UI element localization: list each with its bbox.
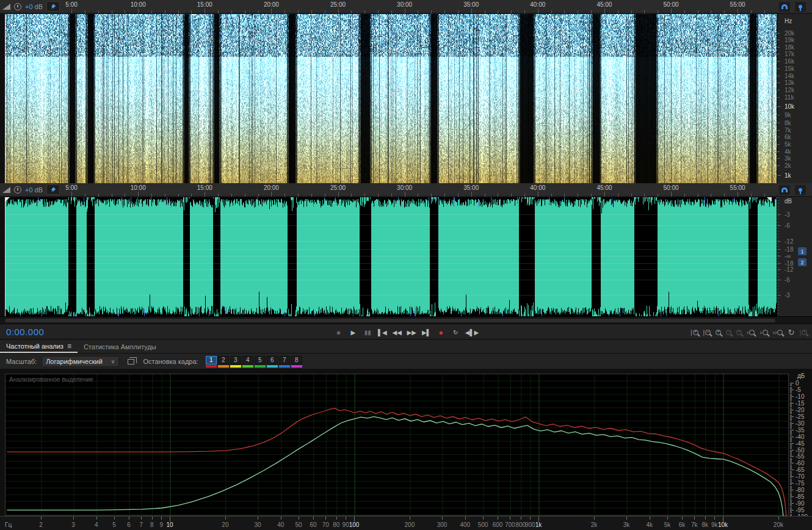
hold-frame-button-2[interactable]: 2 bbox=[218, 356, 229, 368]
waveform-ruler-bar[interactable]: +0 dB 5:0010:0015:0020:0025:0030:0035:00… bbox=[0, 183, 812, 197]
zoom-out-time-button[interactable]: |− bbox=[703, 329, 711, 336]
ruler-tick bbox=[578, 194, 578, 197]
pause-button[interactable]: ▮▮ bbox=[363, 327, 373, 338]
frequency-analysis-plot[interactable]: Анализированное выделение bbox=[5, 374, 789, 516]
spectrogram-ruler-bar[interactable]: +0 dB 5:0010:0015:0020:0025:0030:0035:00… bbox=[0, 0, 812, 13]
tab-amplitude-statistics[interactable]: Статистика Амплитуды bbox=[78, 340, 162, 353]
chevron-down-icon: ∨ bbox=[111, 358, 115, 365]
pin-playhead-button[interactable] bbox=[46, 184, 60, 195]
tab-frequency-analysis[interactable]: Частотный анализ ≡ bbox=[0, 340, 78, 353]
waveform-gain[interactable]: +0 dB bbox=[25, 186, 43, 194]
hold-frame-button-4[interactable]: 4 bbox=[242, 356, 253, 368]
loop-playback-button[interactable]: ↻ bbox=[451, 327, 461, 338]
spectrogram-gain[interactable]: +0 dB bbox=[25, 3, 43, 10]
headphones-icon[interactable] bbox=[779, 2, 790, 12]
time-display[interactable]: 0:00.000 bbox=[6, 327, 44, 337]
reset-zoom-button[interactable]: ↻ bbox=[788, 328, 794, 337]
db-tick bbox=[790, 476, 794, 477]
hold-frame-button-1[interactable]: 1 bbox=[206, 356, 217, 368]
scale-select[interactable]: Логарифмический ∨ bbox=[42, 356, 119, 367]
pin-icon bbox=[49, 3, 57, 10]
freq-tick-label: 60 bbox=[310, 521, 316, 528]
ruler-tick bbox=[378, 194, 379, 197]
waveform-timeline-ruler[interactable]: 5:0010:0015:0020:0025:0030:0035:0040:004… bbox=[61, 183, 777, 197]
db-tick bbox=[790, 514, 792, 515]
ruler-tick bbox=[431, 194, 432, 197]
ruler-time-label: 5:00 bbox=[65, 1, 77, 8]
spectrogram-display[interactable] bbox=[5, 14, 777, 183]
db-tick-label: -65 bbox=[796, 466, 804, 473]
zoom-in-amplitude-button[interactable]: − bbox=[726, 330, 731, 335]
db-tick bbox=[790, 499, 792, 500]
zoom-in-time-button[interactable]: |+ bbox=[691, 329, 698, 336]
ruler-tick bbox=[698, 10, 698, 13]
freq-tick-label: 70 bbox=[322, 521, 329, 528]
pushpin-icon[interactable] bbox=[795, 185, 806, 195]
spectrogram-timeline-ruler[interactable]: 5:0010:0015:0020:0025:0030:0035:0040:004… bbox=[61, 0, 777, 13]
panel-menu-icon[interactable]: ≡ bbox=[67, 342, 71, 350]
skim-button[interactable]: ◀▌▶ bbox=[465, 327, 479, 338]
ruler-tick bbox=[777, 97, 780, 98]
hold-frame-button-7[interactable]: 7 bbox=[279, 356, 290, 368]
channel-2-badge[interactable]: 2 bbox=[798, 258, 807, 266]
zoom-selection-left-button[interactable]: ‹ bbox=[747, 329, 755, 336]
freq-tick bbox=[346, 517, 346, 520]
fast-forward-button[interactable]: ▶▶ bbox=[407, 327, 417, 338]
hold-frame-button-5[interactable]: 5 bbox=[255, 356, 266, 368]
freq-tick bbox=[714, 517, 715, 520]
ruler-tick bbox=[658, 10, 658, 13]
db-tick bbox=[790, 412, 792, 413]
scrollbar-thumb[interactable] bbox=[5, 319, 775, 322]
ruler-tick bbox=[618, 10, 618, 13]
freq-tick-label: 50 bbox=[295, 521, 302, 528]
channel-1-badge[interactable]: 1 bbox=[798, 247, 807, 255]
headphones-icon[interactable] bbox=[779, 185, 790, 195]
hold-frame-button-3[interactable]: 3 bbox=[230, 356, 241, 368]
freq-tick bbox=[538, 517, 539, 521]
amplitude-scale-ruler[interactable]: dB -3-6-12-18-∞-18-12-6-3 1 2 bbox=[777, 197, 812, 316]
skip-to-start-button[interactable]: ▌◀ bbox=[377, 327, 388, 338]
ruler-tick bbox=[631, 10, 632, 13]
selection-handle-left[interactable] bbox=[5, 197, 10, 202]
ruler-tick bbox=[391, 194, 392, 197]
rewind-button[interactable]: ◀◀ bbox=[392, 327, 402, 338]
skip-to-end-button[interactable]: ▶▌ bbox=[421, 327, 432, 338]
ruler-time-label: 15:00 bbox=[197, 184, 212, 191]
db-tick-label: -30 bbox=[796, 419, 804, 426]
hold-frame-button-6[interactable]: 6 bbox=[267, 356, 278, 368]
zoom-selection-right-button[interactable]: › bbox=[759, 329, 767, 336]
ruler-tick bbox=[191, 10, 192, 13]
zoom-selection-full-button[interactable]: ‹› bbox=[773, 329, 783, 336]
zoom-out-amplitude-button[interactable]: + bbox=[736, 330, 742, 335]
freq-tick bbox=[498, 517, 498, 520]
pushpin-icon[interactable] bbox=[795, 2, 806, 12]
freq-tick-label: 80 bbox=[333, 521, 339, 528]
pin-playhead-button[interactable] bbox=[46, 1, 60, 12]
ruler-tick bbox=[298, 10, 299, 13]
curve-hold-1-red bbox=[7, 408, 786, 517]
stop-button[interactable]: ■ bbox=[333, 327, 344, 338]
ruler-tick bbox=[631, 194, 632, 197]
selection-handle-right[interactable] bbox=[767, 197, 772, 202]
freq-tick-label: 10 bbox=[166, 521, 173, 528]
db-tick bbox=[790, 441, 792, 442]
ruler-tick bbox=[738, 192, 738, 197]
frequency-scale-ruler[interactable]: Hz 20k19k18k17k16k15k14k13k12k11k10k9k8k… bbox=[777, 14, 812, 183]
scale-value: Логарифмический bbox=[46, 358, 103, 365]
db-tick bbox=[790, 460, 792, 461]
db-tick bbox=[790, 490, 794, 490]
zoom-to-selection-button[interactable]: + bbox=[716, 330, 721, 335]
db-tick bbox=[790, 503, 794, 504]
analysis-tabs: Частотный анализ ≡ Статистика Амплитуды bbox=[0, 340, 812, 354]
waveform-display[interactable] bbox=[5, 197, 777, 316]
ruler-tick bbox=[98, 194, 99, 197]
horizontal-scrollbar[interactable] bbox=[0, 316, 812, 324]
copy-graph-icon[interactable] bbox=[128, 359, 134, 365]
record-button[interactable]: ● bbox=[436, 327, 446, 338]
zoom-full-button[interactable]: |+ bbox=[799, 329, 807, 336]
ruler-tick bbox=[191, 194, 192, 197]
db-tick bbox=[790, 495, 792, 496]
play-button[interactable]: ▶ bbox=[348, 327, 358, 338]
frequency-label: 17k bbox=[785, 51, 794, 57]
hold-frame-button-8[interactable]: 8 bbox=[291, 356, 302, 368]
